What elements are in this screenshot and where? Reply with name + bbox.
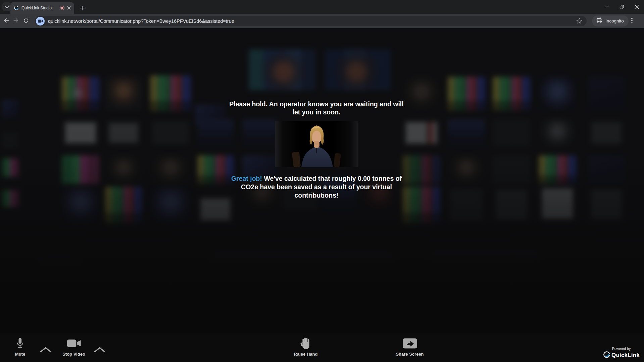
browser-window: QuickLink Studio bbox=[0, 0, 644, 362]
chevron-down-icon bbox=[5, 4, 9, 10]
back-icon bbox=[3, 17, 10, 25]
mute-label: Mute bbox=[15, 352, 25, 357]
forward-button[interactable] bbox=[11, 16, 21, 26]
brand-name: QuickLink bbox=[611, 352, 640, 359]
meeting-control-bar: Mute Stop Video bbox=[0, 333, 644, 362]
reload-button[interactable] bbox=[21, 16, 31, 26]
window-controls bbox=[600, 0, 644, 14]
bookmark-star-icon[interactable] bbox=[576, 18, 583, 24]
share-screen-icon bbox=[402, 336, 417, 350]
incognito-label: Incognito bbox=[605, 18, 624, 23]
browser-toolbar: quicklink.network/portal/Communicator.ph… bbox=[0, 14, 644, 28]
mute-button[interactable]: Mute bbox=[15, 336, 25, 357]
great-job-text: Great job! bbox=[231, 175, 262, 182]
back-button[interactable] bbox=[1, 16, 11, 26]
co2-message-text: We've calculated that roughly 0.00 tonne… bbox=[241, 175, 402, 199]
browser-menu-button[interactable] bbox=[627, 16, 637, 26]
quicklink-logo-icon bbox=[14, 5, 19, 10]
self-video-preview bbox=[275, 121, 358, 167]
browser-tab[interactable]: QuickLink Studio bbox=[10, 2, 74, 14]
tab-close-button[interactable] bbox=[67, 6, 71, 10]
quicklink-logo-icon bbox=[603, 351, 610, 360]
powered-by-quicklink: Powered by QuickLink bbox=[603, 347, 640, 360]
waiting-room-page: Please hold. An operator knows you are w… bbox=[0, 28, 644, 333]
forward-icon bbox=[13, 17, 19, 25]
chevron-up-icon bbox=[40, 347, 52, 354]
video-camera-icon bbox=[67, 336, 81, 350]
chevron-up-icon bbox=[94, 347, 106, 354]
tab-strip: QuickLink Studio bbox=[0, 0, 644, 14]
tab-title: QuickLink Studio bbox=[21, 6, 57, 10]
recording-indicator-icon bbox=[60, 6, 64, 10]
url-bar[interactable]: quicklink.network/portal/Communicator.ph… bbox=[35, 16, 587, 26]
microphone-icon bbox=[16, 336, 24, 350]
reload-icon bbox=[23, 17, 29, 25]
raise-hand-icon bbox=[301, 336, 311, 350]
raise-hand-label: Raise Hand bbox=[294, 352, 318, 357]
powered-by-label: Powered by bbox=[603, 347, 640, 351]
url-text[interactable]: quicklink.network/portal/Communicator.ph… bbox=[48, 18, 573, 24]
stop-video-button[interactable]: Stop Video bbox=[62, 336, 85, 357]
co2-message: Great job! We've calculated that roughly… bbox=[226, 174, 407, 200]
stop-video-label: Stop Video bbox=[62, 352, 85, 357]
raise-hand-button[interactable]: Raise Hand bbox=[294, 336, 318, 357]
restore-button[interactable] bbox=[614, 0, 629, 14]
video-options-button[interactable] bbox=[94, 347, 106, 354]
incognito-icon bbox=[596, 17, 603, 24]
share-screen-label: Share Screen bbox=[396, 352, 424, 357]
mute-options-button[interactable] bbox=[40, 347, 52, 354]
camera-in-use-icon[interactable] bbox=[36, 17, 45, 25]
three-dots-icon bbox=[631, 18, 633, 25]
share-screen-button[interactable]: Share Screen bbox=[396, 336, 424, 357]
tab-search-button[interactable] bbox=[2, 2, 11, 11]
close-window-button[interactable] bbox=[629, 0, 644, 14]
incognito-badge: Incognito bbox=[592, 15, 629, 27]
hold-message: Please hold. An operator knows you are w… bbox=[226, 100, 407, 116]
new-tab-button[interactable] bbox=[78, 4, 87, 12]
minimize-button[interactable] bbox=[600, 0, 614, 14]
